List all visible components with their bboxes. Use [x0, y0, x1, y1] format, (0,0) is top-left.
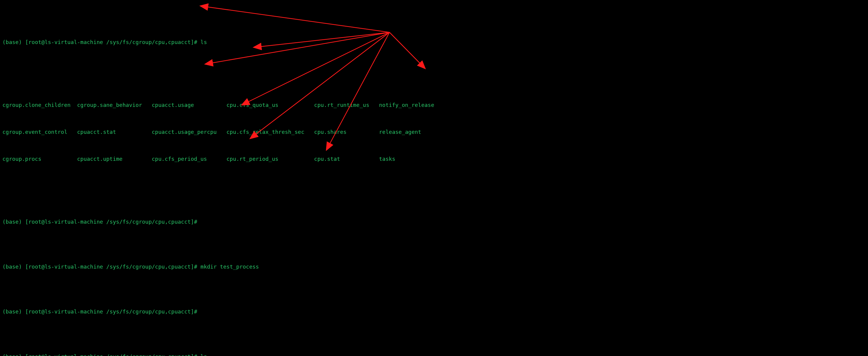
file: cpuacct.uptime — [77, 155, 152, 163]
terminal[interactable]: (base) [root@ls-virtual-machine /sys/fs/… — [0, 0, 868, 356]
file: cpu.cfs_relax_thresh_sec — [226, 128, 314, 136]
listing-1: cgroup.clone_childrencgroup.sane_behavio… — [2, 83, 866, 182]
file: cpu.cfs_quota_us — [226, 101, 314, 109]
cmd-mkdir: mkdir test_process — [200, 263, 259, 270]
file: cpu.shares — [314, 128, 379, 136]
prompt-line: (base) [root@ls-virtual-machine /sys/fs/… — [2, 38, 866, 47]
cmd-ls-2: ls — [200, 353, 207, 356]
file: cpu.cfs_period_us — [152, 155, 226, 163]
file: cpu.rt_period_us — [226, 155, 314, 163]
file: cgroup.event_control — [2, 128, 77, 136]
prompt-env: (base) — [2, 39, 22, 45]
prompt-line: (base) [root@ls-virtual-machine /sys/fs/… — [2, 262, 866, 271]
file: release_agent — [379, 128, 444, 136]
file: cpu.rt_runtime_us — [314, 101, 379, 109]
cmd-ls-1: ls — [200, 39, 207, 45]
file: cpuacct.usage_percpu — [152, 128, 226, 136]
file: cpu.stat — [314, 155, 379, 163]
file: cpuacct.stat — [77, 128, 152, 136]
file: cgroup.sane_behavior — [77, 101, 152, 109]
svg-line-1 — [201, 6, 390, 32]
prompt-cwd: /sys/fs/cgroup/cpu,cpuacct]# — [106, 39, 197, 45]
prompt-line: (base) [root@ls-virtual-machine /sys/fs/… — [2, 217, 866, 226]
prompt-line: (base) [root@ls-virtual-machine /sys/fs/… — [2, 307, 866, 316]
svg-line-3 — [206, 32, 390, 64]
file: cpuacct.usage — [152, 101, 226, 109]
file: tasks — [379, 155, 444, 163]
prompt-line: (base) [root@ls-virtual-machine /sys/fs/… — [2, 352, 866, 356]
file: cgroup.procs — [2, 155, 77, 163]
file: cgroup.clone_children — [2, 101, 77, 109]
file: notify_on_release — [379, 101, 444, 109]
prompt-userhost: [root@ls-virtual-machine — [25, 39, 103, 45]
